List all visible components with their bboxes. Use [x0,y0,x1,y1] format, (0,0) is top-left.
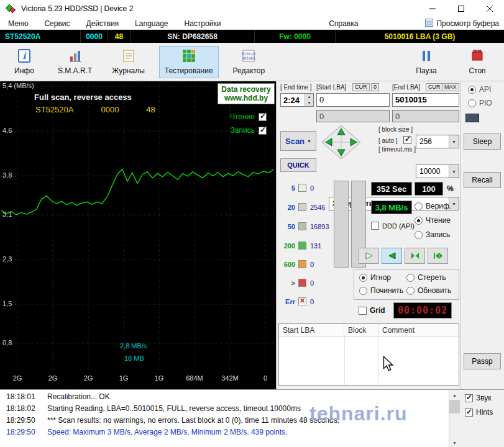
play-forward-button[interactable] [359,248,379,264]
start-lba-zero-button[interactable]: 0 [371,83,379,91]
timeout-combo[interactable]: 10000 ▼ [416,165,459,178]
start-lba-cur-button[interactable]: CUR [352,83,370,91]
menu-item-settings[interactable]: Настройки [176,18,229,29]
refresh-radio[interactable] [406,287,415,295]
hints-checkbox[interactable] [465,409,473,417]
app-icon [5,4,16,14]
hex-editor-icon: 010110101001 [241,48,256,65]
pio-radio[interactable] [468,99,476,107]
banner-line1: Data recovery [218,85,274,94]
end-time-spinner[interactable]: 2:24 ▲▼ [280,93,314,107]
banner-line2: www.hdd.by [218,94,274,102]
smart-tab-button[interactable]: S.M.A.R.T [52,46,98,78]
verify-radio[interactable] [415,202,423,210]
device-serial: SN: DP682658 [131,30,255,43]
verify-label: Вериф. [426,202,451,210]
recall-button[interactable]: Recall [464,172,501,188]
device-model: ST52520A [0,30,81,43]
menu-item-menu[interactable]: Меню [0,18,36,29]
api-radio[interactable] [468,86,476,94]
read-mode-label: Чтение [426,216,451,225]
info-tab-button[interactable]: i Инфо [5,46,44,78]
sound-checkbox[interactable] [465,394,473,402]
stop-button[interactable]: Стоп [458,46,497,78]
end-lba-input[interactable]: 5010015 [392,93,459,107]
grid-checkbox[interactable] [359,307,367,315]
defect-table[interactable]: Start LBA Block Comment [278,323,459,386]
block-size-label: [ block size ] [378,126,413,133]
scroll-up-icon[interactable]: ▲ [449,390,460,400]
ddd-checkbox[interactable] [371,222,379,230]
play-reverse-button[interactable] [382,248,402,264]
direction-pad[interactable] [321,125,361,161]
legend-swatch [298,203,306,211]
ignore-radio[interactable] [359,274,367,282]
info-icon: i [17,48,32,65]
erase-label: Стереть [418,273,446,282]
menu-item-language[interactable]: Language [127,18,176,29]
close-button[interactable] [475,0,504,17]
logs-tab-button[interactable]: Журналы [106,46,150,78]
legend-swatch [298,279,306,287]
scan-graph: 5,4 (MB/s)4,63,83,12,31,50,8 2G2G2G1G1G6… [0,81,276,389]
auto-checkbox[interactable] [403,136,411,144]
graph-fw: 0000 [101,105,119,114]
remap-radio[interactable] [359,287,367,295]
hints-label: Hints [476,408,493,417]
svg-text:010110: 010110 [242,52,256,56]
remaining-time-display: 352 Sec [371,182,412,196]
spinner-arrows[interactable]: ▲▼ [305,94,313,106]
erase-radio[interactable] [406,274,415,282]
read-radio[interactable] [415,217,423,225]
col-comment: Comment [378,324,459,336]
read-checkbox[interactable] [259,113,267,121]
scrollbar-thumb[interactable] [449,400,460,413]
end-time-label: [ End time ] [280,84,312,91]
end-lba-cur-button[interactable]: CUR [426,83,443,91]
passp-label: Passp [472,357,492,366]
scroll-down-icon[interactable]: ▼ [449,438,460,447]
log-scrollbar[interactable]: ▲ ▼ [449,390,460,447]
test-tab-button[interactable]: Тестирование [159,46,219,78]
log-panel[interactable]: 18:18:01Recalibration... OK 18:18:02Star… [0,390,460,447]
quick-button[interactable]: QUICK [280,158,316,172]
legend-swatch [298,242,306,250]
passp-button[interactable]: Passp [464,353,501,369]
minimize-button[interactable] [418,0,447,17]
start-lba-input[interactable]: 0 [316,93,390,107]
toolbar-label: Редактор [233,66,265,75]
start-lba-label: [Start LBA] [316,84,346,91]
col-start-lba: Start LBA [279,324,344,336]
sleep-button[interactable]: Sleep [464,133,501,150]
write-checkbox[interactable] [259,127,267,135]
combo-arrow-icon: ▼ [449,165,459,178]
menu-item-service[interactable]: Сервис [36,18,78,29]
seek-outward-button[interactable] [428,248,448,264]
smart-chart-icon [68,48,83,65]
progress-percent-display: 100 [415,182,443,196]
port-indicator [465,114,479,122]
editor-tab-button[interactable]: 010110101001 Редактор [227,46,271,78]
maximize-button[interactable] [447,0,475,17]
menu-item-help[interactable]: Справка [321,18,366,29]
pio-label: PIO [479,99,492,107]
graph-subtitle: ST52520A000048 [35,105,183,114]
seek-inward-button[interactable] [405,248,425,264]
legend-row-over: > 0 [279,278,347,287]
end-lba-max-button[interactable]: MAX [442,83,459,91]
menu-item-actions[interactable]: Действия [78,18,127,29]
block-size-combo[interactable]: 256 ▼ [416,135,459,148]
toolbar-label: Тестирование [165,66,213,75]
refresh-label: Обновить [418,286,451,295]
block-size-value: 256 [419,137,432,146]
ddd-label: DDD (API) [382,222,415,230]
data-recovery-banner: Data recovery www.hdd.by [218,83,275,104]
scan-button[interactable]: Scan ▼ [280,131,316,151]
write-radio[interactable] [415,231,423,239]
main-area: 5,4 (MB/s)4,63,83,12,31,50,8 2G2G2G1G1G6… [0,81,504,389]
buffer-view-button[interactable]: Просмотр буфера [425,19,499,29]
pause-button[interactable]: Пауза [407,46,446,78]
stop-icon [470,48,485,65]
legend-row-err: Err 0 [279,297,347,306]
end-lba-label: [End LBA] [392,84,420,91]
